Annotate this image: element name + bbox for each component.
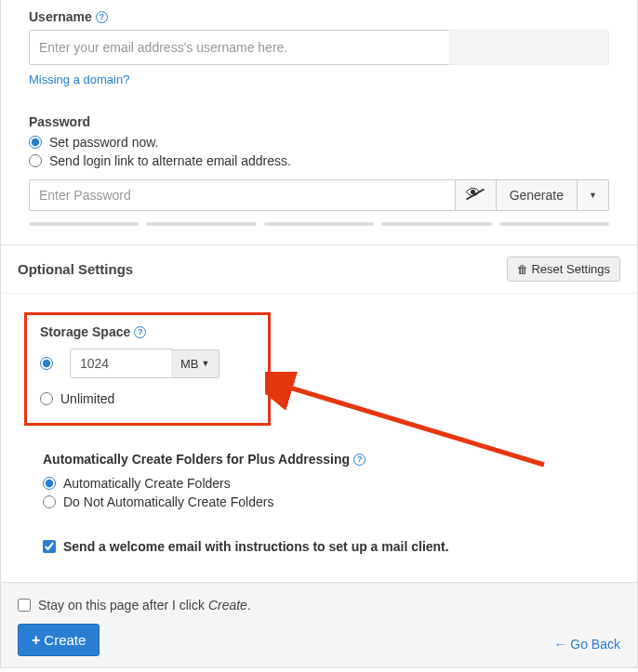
optional-settings-header: Optional Settings 🗑 Reset Settings: [1, 244, 637, 293]
storage-unlimited-option[interactable]: Unlimited: [40, 391, 255, 406]
footer-section: Stay on this page after I click Create. …: [1, 582, 637, 667]
optional-settings-heading: Optional Settings: [18, 261, 133, 277]
trash-icon: 🗑: [517, 263, 528, 276]
strength-bar: [29, 222, 139, 226]
password-option-now-label: Set password now.: [49, 135, 159, 150]
username-section: Username ? Missing a domain?: [1, 0, 637, 105]
create-button[interactable]: + Create: [18, 624, 100, 656]
welcome-email-option[interactable]: Send a welcome email with instructions t…: [43, 539, 609, 554]
storage-unit-label: MB: [180, 357, 199, 371]
help-icon[interactable]: ?: [96, 11, 108, 23]
radio-plus-no-auto[interactable]: [43, 495, 56, 508]
generate-button[interactable]: Generate: [497, 179, 578, 211]
reset-settings-label: Reset Settings: [531, 262, 610, 276]
radio-send-link[interactable]: [29, 154, 42, 167]
storage-value-input[interactable]: [70, 349, 172, 378]
storage-unlimited-label: Unlimited: [60, 391, 114, 406]
chevron-down-icon: ▼: [202, 359, 210, 368]
radio-storage-unlimited[interactable]: [40, 392, 53, 405]
plus-icon: +: [32, 633, 40, 648]
strength-bar: [264, 222, 374, 226]
username-label-text: Username: [29, 9, 92, 24]
password-option-link[interactable]: Send login link to alternate email addre…: [29, 153, 609, 168]
password-label-text: Password: [29, 114, 90, 129]
create-button-label: Create: [44, 632, 86, 648]
storage-highlight-box: Storage Space ? MB ▼ Unlimited: [24, 312, 271, 426]
chevron-down-icon: ▼: [589, 191, 597, 200]
plus-auto-option[interactable]: Automatically Create Folders: [43, 476, 609, 491]
stay-on-page-option[interactable]: Stay on this page after I click Create.: [18, 594, 620, 624]
help-icon[interactable]: ?: [134, 326, 146, 338]
strength-bar: [146, 222, 256, 226]
password-input[interactable]: [29, 179, 456, 211]
go-back-link[interactable]: ← Go Back: [553, 637, 620, 652]
toggle-visibility-button[interactable]: [456, 179, 497, 211]
eye-slash-icon: [466, 189, 485, 202]
plus-no-auto-option[interactable]: Do Not Automatically Create Folders: [43, 494, 609, 509]
plus-auto-label: Automatically Create Folders: [63, 476, 231, 491]
password-option-now[interactable]: Set password now.: [29, 135, 609, 150]
username-input[interactable]: [29, 30, 450, 65]
checkbox-welcome-email[interactable]: [43, 540, 56, 553]
strength-bar: [499, 222, 609, 226]
welcome-email-label: Send a welcome email with instructions t…: [63, 539, 449, 554]
plus-addressing-text: Automatically Create Folders for Plus Ad…: [43, 452, 350, 467]
password-section: Password Set password now. Send login li…: [1, 105, 637, 244]
arrow-left-icon: ←: [553, 637, 566, 652]
password-option-link-label: Send login link to alternate email addre…: [49, 153, 291, 168]
storage-unit-button[interactable]: MB ▼: [171, 349, 219, 378]
help-icon[interactable]: ?: [353, 454, 366, 466]
reset-settings-button[interactable]: 🗑 Reset Settings: [507, 257, 620, 282]
stay-em: Create: [208, 598, 247, 613]
radio-set-now[interactable]: [29, 136, 42, 149]
plus-no-auto-label: Do Not Automatically Create Folders: [63, 494, 273, 509]
storage-label: Storage Space ?: [40, 324, 255, 339]
generate-dropdown-button[interactable]: ▼: [578, 179, 609, 211]
optional-settings-body: Storage Space ? MB ▼ Unlimited Automatic…: [1, 293, 637, 582]
radio-storage-limited[interactable]: [40, 357, 53, 370]
radio-plus-auto[interactable]: [43, 477, 56, 490]
stay-on-page-label: Stay on this page after I click Create.: [38, 598, 251, 613]
password-label: Password: [29, 114, 609, 129]
stay-prefix: Stay on this page after I click: [38, 598, 208, 613]
missing-domain-link[interactable]: Missing a domain?: [29, 72, 129, 86]
password-strength-meter: [29, 222, 609, 226]
strength-bar: [381, 222, 491, 226]
username-label: Username ?: [29, 9, 609, 24]
checkbox-stay-on-page[interactable]: [18, 599, 31, 612]
storage-label-text: Storage Space: [40, 324, 130, 339]
go-back-label: Go Back: [570, 637, 620, 652]
plus-addressing-label: Automatically Create Folders for Plus Ad…: [43, 452, 609, 467]
domain-suffix-box: [449, 30, 609, 65]
stay-suffix: .: [247, 598, 251, 613]
